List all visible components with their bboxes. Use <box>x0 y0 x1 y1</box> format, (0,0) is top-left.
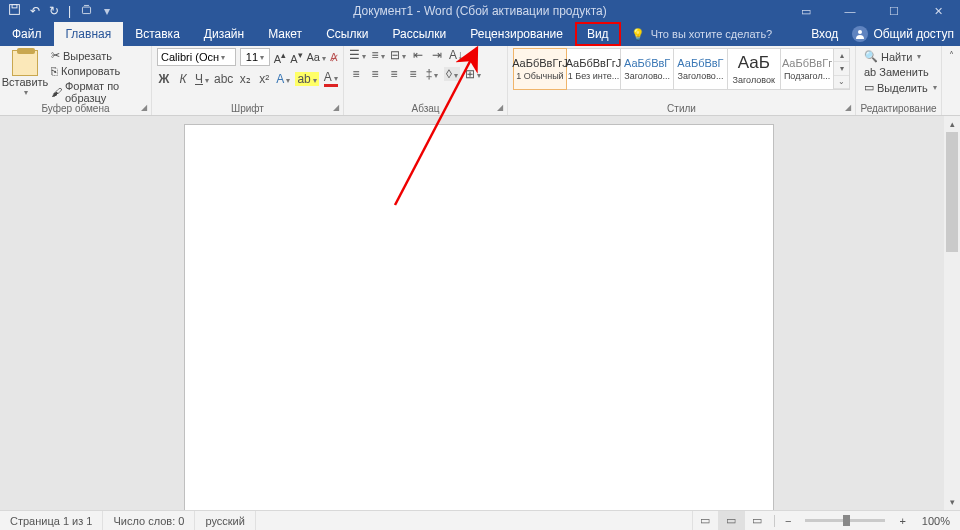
format-painter-button[interactable]: 🖌Формат по образцу <box>48 79 146 105</box>
clipboard-icon <box>12 50 38 76</box>
collapse-ribbon-icon[interactable]: ˄ <box>942 46 960 115</box>
status-sep <box>774 515 775 527</box>
show-marks-icon[interactable]: ¶ <box>468 48 482 62</box>
expand-icon[interactable]: ⌄ <box>834 76 849 89</box>
cut-button[interactable]: ✂Вырезать <box>48 48 146 63</box>
align-center-icon[interactable]: ≡ <box>368 67 382 81</box>
scroll-down-icon[interactable]: ▾ <box>944 494 960 510</box>
status-page[interactable]: Страница 1 из 1 <box>0 511 103 530</box>
find-button[interactable]: 🔍Найти▾ <box>861 49 936 64</box>
status-word-count[interactable]: Число слов: 0 <box>103 511 195 530</box>
styles-scroller[interactable]: ▴▾⌄ <box>834 48 850 90</box>
italic-button[interactable]: К <box>176 72 190 86</box>
tab-insert[interactable]: Вставка <box>123 22 192 46</box>
zoom-level[interactable]: 100% <box>912 515 960 527</box>
sort-icon[interactable]: A↓ <box>449 48 463 62</box>
change-case-icon[interactable]: Aa▾ <box>307 51 326 63</box>
clear-format-icon[interactable]: A̷ <box>330 51 338 64</box>
dialog-launcher-icon[interactable]: ◢ <box>845 103 851 112</box>
touch-mode-icon[interactable] <box>80 3 93 19</box>
font-color-icon[interactable]: A▾ <box>324 70 338 87</box>
align-right-icon[interactable]: ≡ <box>387 67 401 81</box>
quick-access-toolbar: ↶ ↻ | ▾ <box>0 0 110 22</box>
tab-design[interactable]: Дизайн <box>192 22 256 46</box>
tell-me[interactable]: 💡 Что вы хотите сделать? <box>621 22 783 46</box>
font-size-select[interactable]: 11▾ <box>240 48 270 66</box>
align-left-icon[interactable]: ≡ <box>349 67 363 81</box>
zoom-in-button[interactable]: + <box>893 515 911 527</box>
svg-rect-0 <box>10 5 20 15</box>
tab-layout[interactable]: Макет <box>256 22 314 46</box>
redo-icon[interactable]: ↻ <box>49 4 59 18</box>
svg-point-3 <box>858 30 862 34</box>
zoom-slider[interactable] <box>805 519 885 522</box>
highlight-icon[interactable]: ab▾ <box>295 72 318 86</box>
borders-icon[interactable]: ⊞▾ <box>465 67 481 81</box>
scroll-up-icon[interactable]: ▴ <box>944 116 960 132</box>
tab-mailings[interactable]: Рассылки <box>380 22 458 46</box>
decrease-indent-icon[interactable]: ⇤ <box>411 48 425 62</box>
tab-references[interactable]: Ссылки <box>314 22 380 46</box>
style-item-subtitle[interactable]: АаБбВвГгПодзагол... <box>781 48 834 90</box>
numbering-icon[interactable]: ≡▾ <box>371 48 385 62</box>
dialog-launcher-icon[interactable]: ◢ <box>333 103 339 112</box>
select-button[interactable]: ▭Выделить▾ <box>861 80 936 95</box>
line-spacing-icon[interactable]: ‡▾ <box>425 67 439 81</box>
copy-button[interactable]: ⎘Копировать <box>48 64 146 78</box>
increase-indent-icon[interactable]: ⇥ <box>430 48 444 62</box>
underline-button[interactable]: Ч▾ <box>195 72 209 86</box>
multilevel-icon[interactable]: ⊟▾ <box>390 48 406 62</box>
tab-home[interactable]: Главная <box>54 22 124 46</box>
style-item-nospacing[interactable]: АаБбВвГгJ1 Без инте... <box>567 48 621 90</box>
tab-file[interactable]: Файл <box>0 22 54 46</box>
style-item-heading2[interactable]: АаБбВвГЗаголово... <box>674 48 727 90</box>
shading-icon[interactable]: ◊▾ <box>444 67 460 81</box>
qat-customize-icon[interactable]: ▾ <box>104 4 110 18</box>
tab-review[interactable]: Рецензирование <box>458 22 575 46</box>
save-icon[interactable] <box>8 3 21 19</box>
subscript-icon[interactable]: x₂ <box>238 72 252 86</box>
bullets-icon[interactable]: ☰▾ <box>349 48 366 62</box>
vertical-scrollbar[interactable]: ▴ ▾ <box>944 116 960 510</box>
chevron-down-icon[interactable]: ▾ <box>834 62 849 75</box>
undo-icon[interactable]: ↶ <box>30 4 40 18</box>
group-clipboard: Вставить ▾ ✂Вырезать ⎘Копировать 🖌Формат… <box>0 46 152 115</box>
replace-button[interactable]: abЗаменить <box>861 65 936 79</box>
style-item-title[interactable]: АаБЗаголовок <box>728 48 781 90</box>
text-effects-icon[interactable]: A▾ <box>276 72 290 86</box>
view-readmode-icon[interactable]: ▭ <box>692 511 718 531</box>
group-label-clipboard: Буфер обмена <box>0 103 151 114</box>
view-weblayout-icon[interactable]: ▭ <box>744 511 770 531</box>
slider-knob[interactable] <box>843 515 850 526</box>
svg-rect-2 <box>83 7 91 14</box>
document-page[interactable] <box>184 124 774 510</box>
group-paragraph: ☰▾ ≡▾ ⊟▾ ⇤ ⇥ A↓ ¶ ≡ ≡ ≡ ≡ ‡▾ ◊▾ ⊞▾ Абзац… <box>344 46 508 115</box>
zoom-out-button[interactable]: − <box>779 515 797 527</box>
ribbon-display-icon[interactable]: ▭ <box>784 0 828 22</box>
share-button[interactable]: Общий доступ <box>852 26 954 42</box>
styles-gallery: АаБбВвГгJ1 Обычный АаБбВвГгJ1 Без инте..… <box>513 48 850 90</box>
strikethrough-icon[interactable]: abc <box>214 72 233 86</box>
bold-button[interactable]: Ж <box>157 72 171 86</box>
sign-in-link[interactable]: Вход <box>803 27 846 41</box>
scroll-thumb[interactable] <box>946 132 958 252</box>
minimize-button[interactable]: ― <box>828 0 872 22</box>
style-item-heading1[interactable]: АаБбВвГЗаголово... <box>621 48 674 90</box>
dialog-launcher-icon[interactable]: ◢ <box>141 103 147 112</box>
status-language[interactable]: русский <box>195 511 255 530</box>
paste-button[interactable]: Вставить ▾ <box>5 48 45 105</box>
maximize-button[interactable]: ☐ <box>872 0 916 22</box>
style-item-normal[interactable]: АаБбВвГгJ1 Обычный <box>513 48 567 90</box>
view-printlayout-icon[interactable]: ▭ <box>718 511 744 531</box>
close-button[interactable]: ✕ <box>916 0 960 22</box>
group-editing: 🔍Найти▾ abЗаменить ▭Выделить▾ Редактиров… <box>856 46 942 115</box>
grow-font-icon[interactable]: A▴ <box>274 49 286 65</box>
dialog-launcher-icon[interactable]: ◢ <box>497 103 503 112</box>
group-label-styles: Стили <box>508 103 855 114</box>
tab-view[interactable]: Вид <box>575 22 621 46</box>
justify-icon[interactable]: ≡ <box>406 67 420 81</box>
superscript-icon[interactable]: x² <box>257 72 271 86</box>
chevron-up-icon[interactable]: ▴ <box>834 49 849 62</box>
shrink-font-icon[interactable]: A▾ <box>290 49 302 65</box>
font-name-select[interactable]: Calibri (Осн▾ <box>157 48 236 66</box>
